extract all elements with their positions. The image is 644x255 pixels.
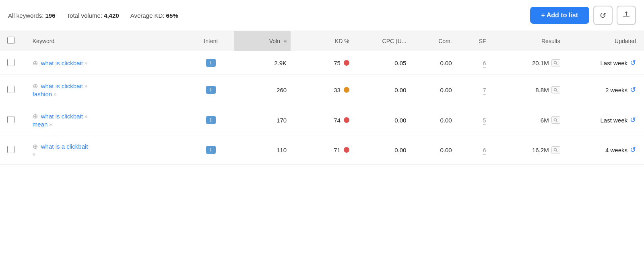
updated-cell: 4 weeks ↺ (564, 135, 644, 165)
keyword-text-2[interactable]: fashion (33, 91, 52, 97)
keyword-cell: ⊕ what is a clickbait » (29, 135, 188, 165)
results-cell: 20.1M (490, 51, 564, 75)
intent-cell: I (188, 135, 233, 165)
row-checkbox-cell (0, 75, 29, 105)
th-kd[interactable]: KD % (291, 31, 353, 51)
updated-value: Last week (600, 60, 627, 66)
sf-value[interactable]: 6 (483, 60, 486, 68)
th-volume[interactable]: Volu ≡ (234, 31, 291, 51)
row-checkbox[interactable] (7, 59, 14, 66)
th-checkbox (0, 31, 29, 51)
kd-value: 75 (334, 60, 341, 66)
add-keyword-icon[interactable]: ⊕ (33, 82, 38, 90)
add-keyword-icon[interactable]: ⊕ (33, 112, 38, 120)
keyword-table-container: Keyword Intent Volu ≡ KD % CPC (U... Com… (0, 31, 644, 165)
kd-cell: 33 (291, 75, 353, 105)
row-refresh-button[interactable]: ↺ (630, 85, 636, 94)
average-kd-label: Average KD: (130, 12, 165, 19)
svg-point-5 (554, 88, 557, 91)
export-button[interactable] (617, 6, 636, 25)
results-cell: 8.8M (490, 75, 564, 105)
intent-cell: I (188, 105, 233, 135)
select-all-checkbox[interactable] (7, 37, 14, 44)
th-com[interactable]: Com. (410, 31, 456, 51)
chevron-icon-2: » (54, 91, 56, 97)
volume-cell: 110 (234, 135, 291, 165)
total-volume-label: Total volume: (67, 12, 102, 19)
all-keywords-value: 196 (45, 12, 56, 19)
results-cell: 6M (490, 105, 564, 135)
actions-section: + Add to list ↺ (530, 6, 636, 25)
intent-badge: I (206, 116, 216, 124)
keyword-cell: ⊕ what is clickbait » mean » (29, 105, 188, 135)
svg-rect-0 (623, 16, 630, 17)
refresh-icon: ↺ (599, 10, 608, 21)
total-volume-value: 4,420 (104, 12, 119, 19)
table-row: ⊕ what is clickbait » fashion » I 260 33… (0, 75, 644, 105)
keyword-text[interactable]: what is clickbait (41, 83, 83, 89)
com-cell: 0.00 (410, 105, 456, 135)
sf-value[interactable]: 7 (483, 87, 486, 95)
top-bar: All keywords: 196 Total volume: 4,420 Av… (0, 0, 644, 31)
results-search-icon[interactable] (551, 146, 560, 153)
com-cell: 0.00 (410, 51, 456, 75)
all-keywords-stat: All keywords: 196 (8, 12, 56, 19)
intent-badge: I (206, 146, 216, 154)
svg-line-10 (556, 151, 557, 152)
kd-dot (344, 87, 349, 93)
row-checkbox[interactable] (7, 116, 14, 123)
updated-value: 4 weeks (605, 147, 627, 153)
keyword-cell: ⊕ what is clickbait » fashion » (29, 75, 188, 105)
updated-value: 2 weeks (605, 87, 627, 93)
sf-value[interactable]: 5 (483, 117, 486, 125)
total-volume-stat: Total volume: 4,420 (67, 12, 119, 19)
table-row: ⊕ what is clickbait » I 2.9K 75 0.05 0.0… (0, 51, 644, 75)
add-keyword-icon[interactable]: ⊕ (33, 143, 38, 150)
table-header-row: Keyword Intent Volu ≡ KD % CPC (U... Com… (0, 31, 644, 51)
svg-point-3 (554, 61, 557, 64)
svg-point-9 (554, 148, 557, 151)
updated-cell: Last week ↺ (564, 105, 644, 135)
cpc-cell: 0.00 (353, 105, 411, 135)
keyword-text[interactable]: what is clickbait (41, 113, 83, 120)
row-refresh-button[interactable]: ↺ (630, 58, 636, 67)
svg-marker-2 (625, 11, 628, 13)
updated-cell: Last week ↺ (564, 51, 644, 75)
row-refresh-button[interactable]: ↺ (630, 145, 636, 154)
th-results[interactable]: Results (490, 31, 564, 51)
results-value: 8.8M (535, 87, 549, 93)
results-search-icon[interactable] (551, 86, 560, 93)
refresh-button[interactable]: ↺ (593, 6, 613, 25)
keyword-text-2[interactable]: mean (33, 121, 48, 128)
intent-cell: I (188, 75, 233, 105)
row-checkbox[interactable] (7, 86, 14, 93)
kd-dot (344, 147, 349, 153)
results-value: 20.1M (532, 60, 549, 66)
th-sf[interactable]: SF (456, 31, 490, 51)
svg-line-4 (556, 64, 557, 65)
keyword-text[interactable]: what is clickbait (41, 60, 83, 66)
results-search-icon[interactable] (551, 116, 560, 124)
row-checkbox-cell (0, 135, 29, 165)
com-cell: 0.00 (410, 75, 456, 105)
sf-value[interactable]: 6 (483, 147, 486, 155)
updated-cell: 2 weeks ↺ (564, 75, 644, 105)
row-refresh-button[interactable]: ↺ (630, 116, 636, 124)
table-body: ⊕ what is clickbait » I 2.9K 75 0.05 0.0… (0, 51, 644, 165)
th-keyword: Keyword (29, 31, 188, 51)
all-keywords-label: All keywords: (8, 12, 43, 19)
cpc-cell: 0.00 (353, 75, 411, 105)
updated-value: Last week (600, 117, 627, 124)
kd-dot (344, 60, 349, 66)
volume-cell: 170 (234, 105, 291, 135)
add-to-list-button[interactable]: + Add to list (530, 7, 589, 24)
keyword-text[interactable]: what is a clickbait (41, 143, 88, 150)
add-keyword-icon[interactable]: ⊕ (33, 59, 38, 67)
th-cpc[interactable]: CPC (U... (353, 31, 411, 51)
row-checkbox[interactable] (7, 146, 14, 153)
th-updated[interactable]: Updated (564, 31, 644, 51)
com-cell: 0.00 (410, 135, 456, 165)
intent-badge: I (206, 86, 216, 94)
results-search-icon[interactable] (551, 59, 560, 66)
intent-badge: I (206, 59, 216, 67)
